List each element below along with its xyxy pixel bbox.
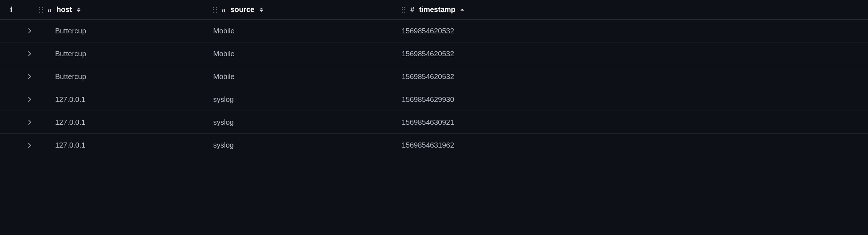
- cell-value: 1569854620532: [402, 27, 454, 35]
- cell-value: 1569854631962: [402, 141, 454, 149]
- column-label: host: [57, 5, 72, 14]
- cell-value: Mobile: [213, 50, 235, 58]
- cell-value: Buttercup: [47, 73, 86, 81]
- cell-timestamp[interactable]: 1569854620532: [402, 50, 868, 58]
- cell-value: 127.0.0.1: [47, 141, 85, 149]
- cell-source[interactable]: Mobile: [213, 73, 402, 81]
- cell-timestamp[interactable]: 1569854629930: [402, 95, 868, 104]
- table-row[interactable]: 127.0.0.1syslog1569854630921: [0, 111, 868, 134]
- cell-value: Mobile: [213, 27, 235, 35]
- cell-value: Buttercup: [47, 50, 86, 58]
- drag-handle-icon[interactable]: [213, 7, 217, 13]
- expand-row-toggle[interactable]: [18, 98, 39, 101]
- expand-row-toggle[interactable]: [18, 52, 39, 55]
- cell-value: syslog: [213, 141, 234, 149]
- cell-timestamp[interactable]: 1569854631962: [402, 141, 868, 149]
- cell-value: syslog: [213, 118, 234, 127]
- cell-timestamp[interactable]: 1569854620532: [402, 27, 868, 35]
- sort-asc-icon[interactable]: [460, 9, 464, 11]
- chevron-right-icon: [26, 143, 31, 148]
- cell-value: 1569854620532: [402, 73, 454, 81]
- string-type-icon: a: [220, 7, 227, 13]
- table-row[interactable]: 127.0.0.1syslog1569854629930: [0, 88, 868, 111]
- cell-timestamp[interactable]: 1569854620532: [402, 73, 868, 81]
- sort-icon[interactable]: [77, 8, 80, 12]
- cell-value: Mobile: [213, 73, 235, 81]
- expand-row-toggle[interactable]: [18, 29, 39, 33]
- cell-host[interactable]: Buttercup: [39, 73, 213, 81]
- cell-host[interactable]: Buttercup: [39, 50, 213, 58]
- cell-host[interactable]: 127.0.0.1: [39, 141, 213, 149]
- table-row[interactable]: ButtercupMobile1569854620532: [0, 65, 868, 88]
- cell-value: syslog: [213, 95, 234, 104]
- cell-host[interactable]: 127.0.0.1: [39, 95, 213, 104]
- drag-handle-icon[interactable]: [39, 7, 43, 13]
- cell-source[interactable]: syslog: [213, 118, 402, 127]
- column-label: timestamp: [419, 5, 455, 14]
- chevron-right-icon: [26, 74, 31, 79]
- chevron-right-icon: [26, 28, 31, 33]
- number-type-icon: #: [409, 7, 416, 13]
- drag-handle-icon[interactable]: [402, 7, 405, 13]
- chevron-right-icon: [26, 51, 31, 56]
- info-icon: i: [10, 5, 12, 14]
- cell-value: Buttercup: [47, 27, 86, 35]
- cell-host[interactable]: 127.0.0.1: [39, 118, 213, 127]
- cell-value: 127.0.0.1: [47, 95, 85, 104]
- expand-row-toggle[interactable]: [18, 144, 39, 147]
- table-row[interactable]: ButtercupMobile1569854620532: [0, 20, 868, 42]
- chevron-right-icon: [26, 120, 31, 125]
- cell-value: 1569854629930: [402, 95, 454, 104]
- column-header-timestamp[interactable]: # timestamp: [402, 5, 868, 14]
- column-header-source[interactable]: a source: [213, 5, 402, 14]
- string-type-icon: a: [46, 7, 53, 13]
- cell-value: 1569854630921: [402, 118, 454, 127]
- table-header-row: i a host a source: [0, 0, 868, 20]
- cell-host[interactable]: Buttercup: [39, 27, 213, 35]
- cell-value: 1569854620532: [402, 50, 454, 58]
- cell-source[interactable]: Mobile: [213, 27, 402, 35]
- table-row[interactable]: ButtercupMobile1569854620532: [0, 42, 868, 65]
- column-header-host[interactable]: a host: [39, 5, 213, 14]
- events-table: i a host a source: [0, 0, 868, 157]
- cell-value: 127.0.0.1: [47, 118, 85, 127]
- expand-row-toggle[interactable]: [18, 75, 39, 78]
- column-label: source: [231, 5, 255, 14]
- table-row[interactable]: 127.0.0.1syslog1569854631962: [0, 134, 868, 157]
- cell-timestamp[interactable]: 1569854630921: [402, 118, 868, 127]
- cell-source[interactable]: Mobile: [213, 50, 402, 58]
- cell-source[interactable]: syslog: [213, 95, 402, 104]
- expand-row-toggle[interactable]: [18, 120, 39, 124]
- table-body: ButtercupMobile1569854620532ButtercupMob…: [0, 20, 868, 157]
- sort-icon[interactable]: [260, 8, 263, 12]
- column-header-info[interactable]: i: [0, 5, 18, 14]
- chevron-right-icon: [26, 97, 31, 102]
- cell-source[interactable]: syslog: [213, 141, 402, 149]
